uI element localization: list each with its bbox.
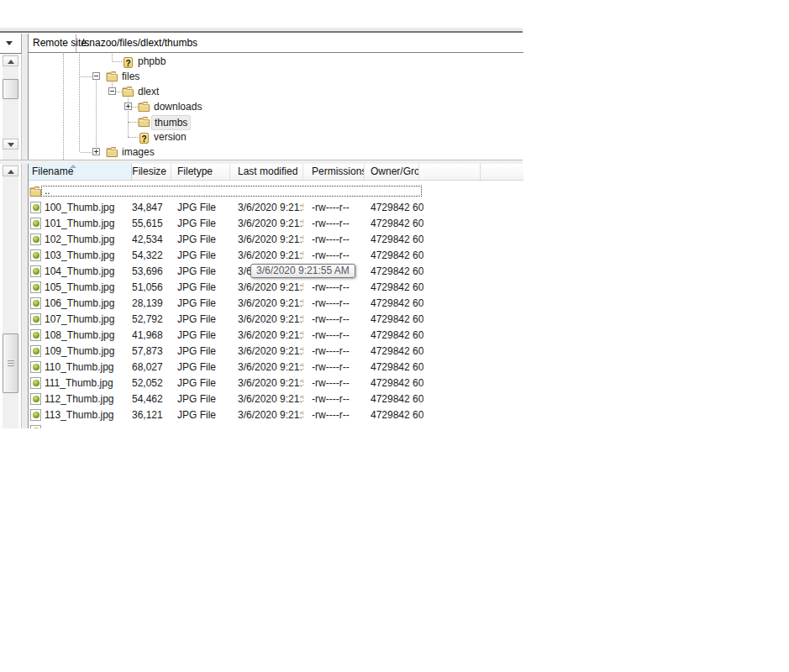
scroll-up-button[interactable] xyxy=(3,55,18,66)
scroll-down-button[interactable] xyxy=(3,139,18,150)
file-row[interactable]: 103_Thumb.jpg54,322JPG File3/6/2020 9:21… xyxy=(29,248,523,264)
cell-permissions: -rw----r-- xyxy=(303,280,365,296)
local-tree-scrollbar[interactable] xyxy=(3,54,18,160)
cell-permissions: -rw----r-- xyxy=(303,232,365,248)
image-file-icon xyxy=(30,425,41,428)
scroll-up-button[interactable] xyxy=(3,165,18,176)
column-header-filename[interactable]: Filename xyxy=(29,164,132,180)
panel-top-border xyxy=(0,31,523,33)
column-header-last-modified[interactable]: Last modified xyxy=(230,164,303,180)
cell-name: 107_Thumb.jpg xyxy=(29,312,132,328)
cell-size: 52,052 xyxy=(132,375,171,391)
partial-file-row xyxy=(29,423,523,428)
file-row[interactable]: 102_Thumb.jpg42,534JPG File3/6/2020 9:21… xyxy=(29,232,523,248)
file-row[interactable]: 108_Thumb.jpg41,968JPG File3/6/2020 9:21… xyxy=(29,328,523,344)
cell-permissions: -rw----r-- xyxy=(303,312,365,328)
cell-type: JPG File xyxy=(171,407,230,423)
cell-owner: 4729842 600 xyxy=(365,391,423,407)
cell-owner: 4729842 600 xyxy=(365,232,423,248)
cell-size: 53,696 xyxy=(132,264,171,280)
cell-name: 108_Thumb.jpg xyxy=(29,328,132,344)
file-row[interactable]: 111_Thumb.jpg52,052JPG File3/6/2020 9:21… xyxy=(29,375,523,391)
file-row[interactable]: 101_Thumb.jpg55,615JPG File3/6/2020 9:21… xyxy=(29,216,523,232)
file-row[interactable]: 112_Thumb.jpg54,462JPG File3/6/2020 9:21… xyxy=(29,391,523,407)
cell-permissions: -rw----r-- xyxy=(303,407,365,423)
cell-modified: 3/6/2020 9:21:5... xyxy=(230,232,303,248)
cell-permissions: -rw----r-- xyxy=(303,248,365,264)
cell-permissions: -rw----r-- xyxy=(303,200,365,216)
scrollbar-thumb[interactable] xyxy=(3,333,18,393)
cell-type: JPG File xyxy=(171,344,230,360)
column-header-filler xyxy=(419,164,481,180)
cell-type: JPG File xyxy=(171,248,230,264)
cell-size: 36,121 xyxy=(132,407,171,423)
cell-name: 111_Thumb.jpg xyxy=(29,375,132,391)
minus-expander-icon[interactable] xyxy=(108,87,116,95)
cell-name: 104_Thumb.jpg xyxy=(29,264,132,280)
minus-expander-icon[interactable] xyxy=(92,72,100,80)
plus-expander-icon[interactable] xyxy=(92,148,100,155)
chevron-down-icon[interactable] xyxy=(6,41,13,45)
tree-item-dlext[interactable]: dlext xyxy=(29,84,523,99)
column-header-filetype[interactable]: Filetype xyxy=(171,164,230,180)
cell-owner: 4729842 600 xyxy=(365,248,423,264)
column-header-owner-group[interactable]: Owner/Gro... xyxy=(365,164,419,180)
file-row[interactable]: 100_Thumb.jpg34,847JPG File3/6/2020 9:21… xyxy=(29,200,523,216)
cell-size: 55,615 xyxy=(132,216,171,232)
tree-item-label: thumbs xyxy=(151,115,191,130)
file-row[interactable]: 113_Thumb.jpg36,121JPG File3/6/2020 9:21… xyxy=(29,407,523,423)
file-row[interactable]: 110_Thumb.jpg68,027JPG File3/6/2020 9:21… xyxy=(29,360,523,375)
tree-item-images[interactable]: images xyxy=(29,144,523,160)
cell-size: 28,139 xyxy=(132,296,171,312)
tree-item-phpbb[interactable]: ?phpbb xyxy=(29,54,523,69)
cell-owner: 4729842 600 xyxy=(365,375,423,391)
cell-modified: 3/6/2020 9:21:5... xyxy=(230,248,303,264)
file-row[interactable]: 107_Thumb.jpg52,792JPG File3/6/2020 9:21… xyxy=(29,312,523,328)
cell-owner: 4729842 600 xyxy=(365,216,423,232)
pane-splitter[interactable] xyxy=(22,34,28,428)
tree-item-downloads[interactable]: downloads xyxy=(29,99,523,114)
tree-item-thumbs[interactable]: thumbs xyxy=(29,114,523,129)
cell-name: 105_Thumb.jpg xyxy=(29,280,132,296)
cell-name: 106_Thumb.jpg xyxy=(29,296,132,312)
tree-item-label: phpbb xyxy=(135,54,168,69)
local-site-combo-edge[interactable] xyxy=(0,34,22,54)
cell-type: JPG File xyxy=(171,296,230,312)
scrollbar-thumb[interactable] xyxy=(3,79,18,99)
cell-name: 109_Thumb.jpg xyxy=(29,344,132,360)
thumb-grip xyxy=(8,360,14,367)
parent-directory-row[interactable]: .. xyxy=(29,184,523,200)
cell-permissions: -rw----r-- xyxy=(303,360,365,375)
cell-modified: 3/6/2020 9:21:5... xyxy=(230,407,303,423)
cell-size: 42,534 xyxy=(132,232,171,248)
tree-item-label: downloads xyxy=(151,99,204,114)
column-header-filesize[interactable]: Filesize xyxy=(132,164,171,180)
plus-expander-icon[interactable] xyxy=(124,102,132,110)
tree-item-files[interactable]: files xyxy=(29,69,523,84)
cell-size: 54,322 xyxy=(132,248,171,264)
cell-name: 103_Thumb.jpg xyxy=(29,248,132,264)
file-row[interactable]: 105_Thumb.jpg51,056JPG File3/6/2020 9:21… xyxy=(29,280,523,296)
cell-type: JPG File xyxy=(171,280,230,296)
parent-directory-label: .. xyxy=(45,184,50,198)
cell-type: JPG File xyxy=(171,375,230,391)
cell-modified: 3/6/2020 9:21:5... xyxy=(230,296,303,312)
local-list-scrollbar[interactable] xyxy=(3,164,18,428)
tree-item-label: files xyxy=(119,69,142,84)
tree-list-splitter[interactable] xyxy=(0,160,523,164)
column-header-permissions[interactable]: Permissions xyxy=(303,164,365,180)
file-row[interactable]: 106_Thumb.jpg28,139JPG File3/6/2020 9:21… xyxy=(29,296,523,312)
unknown-file-icon: ? xyxy=(122,55,135,67)
cell-permissions: -rw----r-- xyxy=(303,296,365,312)
cell-permissions: -rw----r-- xyxy=(303,216,365,232)
tree-item-version[interactable]: ?version xyxy=(29,129,523,144)
folder-icon xyxy=(106,71,119,82)
remote-path-combobox[interactable]: /snazoo/files/dlext/thumbs xyxy=(82,34,197,52)
file-row[interactable]: 109_Thumb.jpg57,873JPG File3/6/2020 9:21… xyxy=(29,344,523,360)
sort-ascending-icon xyxy=(70,165,76,168)
cell-size: 41,968 xyxy=(132,328,171,344)
cell-modified: 3/6/2020 9:21:5... xyxy=(230,200,303,216)
tree-item-label: version xyxy=(151,129,189,144)
cell-owner: 4729842 600 xyxy=(365,264,423,280)
remote-site-bar: Remote site: /snazoo/files/dlext/thumbs xyxy=(29,34,523,53)
